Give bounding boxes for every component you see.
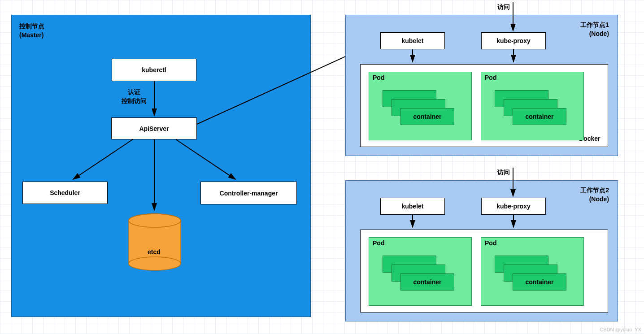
controller-manager-label: Controller-manager — [220, 190, 278, 197]
node1-kubeproxy-label: kube-proxy — [496, 37, 530, 44]
node1-pod2: Pod container — [481, 72, 584, 140]
node2-title-2: (Node) — [589, 195, 609, 203]
node1-title-2: (Node) — [589, 30, 609, 37]
container-label: container — [525, 278, 553, 286]
node2-kubelet-label: kubelet — [401, 203, 423, 210]
node2-pod1-label: Pod — [373, 239, 384, 247]
node2-title-1: 工作节点2 — [580, 187, 609, 195]
auth-line1: 认证 — [128, 88, 140, 96]
node2-pod1: Pod container — [369, 237, 472, 306]
diagram-canvas: 控制节点 (Master) kuberctl 认证 控制访问 ApiServer… — [0, 0, 644, 334]
node1-pod1: Pod container — [369, 72, 472, 140]
container-layer-icon: container — [513, 273, 566, 291]
container-label: container — [413, 278, 441, 286]
node1-access-label: 访问 — [497, 3, 510, 11]
node2-access-label: 访问 — [497, 169, 510, 177]
node2-kubeproxy-box: kube-proxy — [481, 198, 546, 215]
node1-kubeproxy-box: kube-proxy — [481, 32, 546, 49]
container-layer-icon: container — [400, 273, 454, 291]
container-label: container — [525, 113, 553, 120]
node1-kubelet-label: kubelet — [401, 37, 423, 44]
node2-kubeproxy-label: kube-proxy — [496, 203, 530, 210]
scheduler-label: Scheduler — [50, 189, 80, 196]
kuberctl-box: kuberctl — [112, 59, 196, 81]
auth-line2: 控制访问 — [122, 97, 147, 105]
node2-kubelet-box: kubelet — [380, 198, 445, 215]
master-title-2: (Master) — [19, 31, 44, 39]
container-layer-icon: container — [400, 108, 454, 125]
node1-title-1: 工作节点1 — [580, 21, 609, 29]
apiserver-label: ApiServer — [139, 125, 169, 132]
scheduler-box: Scheduler — [22, 182, 108, 204]
master-title-1: 控制节点 — [19, 22, 44, 30]
apiserver-box: ApiServer — [111, 117, 197, 139]
container-layer-icon: container — [513, 108, 566, 125]
node1-pod2-label: Pod — [485, 74, 496, 81]
node2-pod2-label: Pod — [485, 239, 496, 247]
controller-manager-box: Controller-manager — [200, 182, 297, 204]
svg-point-7 — [129, 257, 181, 270]
container-label: container — [413, 113, 441, 120]
node2-pod2: Pod container — [481, 237, 584, 306]
etcd-label: etcd — [148, 248, 161, 256]
watermark: CSDN @yuluo_YX — [600, 327, 641, 332]
kuberctl-label: kuberctl — [142, 66, 166, 74]
etcd-cylinder-icon — [127, 213, 182, 271]
node1-pod1-label: Pod — [373, 74, 384, 81]
node1-kubelet-box: kubelet — [380, 32, 445, 49]
